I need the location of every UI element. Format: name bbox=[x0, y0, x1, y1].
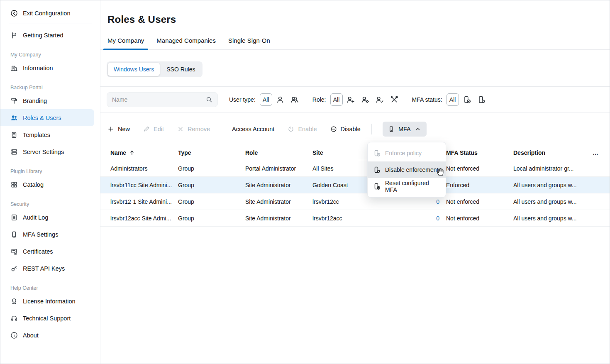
view-toggle-group: Windows Users SSO Rules bbox=[107, 61, 203, 77]
cell-users-count-link[interactable]: 0 bbox=[436, 215, 446, 222]
cell-description: All users and groups w... bbox=[513, 215, 585, 222]
enable-button[interactable]: Enable bbox=[288, 122, 317, 137]
role-filter-3-button[interactable] bbox=[373, 93, 386, 106]
sidebar-item-label: Templates bbox=[23, 132, 50, 138]
sidebar-item-rest-api-keys[interactable]: REST API Keys bbox=[0, 260, 100, 277]
document-icon bbox=[10, 131, 18, 139]
table-row[interactable]: lrsvbr12-1 Site Admini... Group Site Adm… bbox=[100, 193, 610, 210]
sidebar-item-getting-started[interactable]: Getting Started bbox=[0, 27, 100, 44]
toggle-windows-users[interactable]: Windows Users bbox=[108, 63, 160, 76]
cell-type: Group bbox=[178, 182, 245, 188]
sidebar-item-information[interactable]: Information bbox=[0, 59, 100, 76]
column-options-button[interactable]: … bbox=[593, 149, 599, 156]
tab-single-sign-on[interactable]: Single Sign-On bbox=[228, 37, 270, 49]
menu-item-enforce-policy[interactable]: Enforce policy bbox=[368, 145, 446, 161]
crossed-tools-icon bbox=[390, 95, 398, 104]
sidebar-item-audit-log[interactable]: Audit Log bbox=[0, 209, 100, 226]
sidebar-section-security: Security bbox=[10, 201, 100, 207]
cell-mfa-status: Not enforced bbox=[446, 198, 513, 205]
user-type-group-button[interactable] bbox=[288, 93, 301, 106]
person-check-icon bbox=[376, 95, 384, 104]
view-toggle-section: Windows Users SSO Rules bbox=[100, 50, 610, 86]
disable-button[interactable]: Disable bbox=[330, 122, 361, 137]
toggle-sso-rules[interactable]: SSO Rules bbox=[161, 63, 201, 76]
sidebar-item-branding[interactable]: Branding bbox=[0, 92, 100, 109]
column-header-role[interactable]: Role bbox=[245, 149, 312, 156]
grid-icon bbox=[10, 181, 18, 188]
name-search-input[interactable] bbox=[112, 96, 206, 103]
column-header-type[interactable]: Type bbox=[178, 149, 245, 156]
column-header-label: Name bbox=[110, 149, 126, 156]
sidebar-item-templates[interactable]: Templates bbox=[0, 126, 100, 143]
sidebar-item-technical-support[interactable]: Technical Support bbox=[0, 310, 100, 327]
info-icon bbox=[10, 332, 18, 339]
building-icon bbox=[10, 64, 18, 72]
mfa-status-enforced-button[interactable] bbox=[460, 93, 473, 106]
roles-table: Name Type Role Site MFA Status Descripti… bbox=[100, 145, 610, 227]
exit-configuration-button[interactable]: Exit Configuration bbox=[0, 4, 100, 23]
sidebar-item-license-information[interactable]: License Information bbox=[0, 293, 100, 310]
role-filter-2-button[interactable] bbox=[359, 93, 372, 106]
cell-name: lrsvbr11cc Site Admini... bbox=[110, 182, 178, 188]
disable-button-label: Disable bbox=[341, 126, 361, 132]
phone-x-icon bbox=[373, 166, 381, 173]
phone-reset-icon bbox=[373, 183, 381, 190]
sidebar-item-certificates[interactable]: Certificates bbox=[0, 243, 100, 260]
menu-item-label: Enforce policy bbox=[385, 150, 422, 156]
user-group-icon bbox=[290, 95, 299, 104]
mfa-menu-button[interactable]: MFA bbox=[383, 122, 427, 137]
sidebar-section-plugin-library: Plugin Library bbox=[10, 169, 100, 174]
role-filter-4-button[interactable] bbox=[388, 93, 401, 106]
cell-users-count-link[interactable]: 0 bbox=[436, 198, 446, 205]
cell-type: Group bbox=[178, 215, 245, 222]
name-search-field[interactable] bbox=[107, 92, 218, 107]
cell-name: lrsvbr12-1 Site Admini... bbox=[110, 198, 178, 205]
sidebar-item-label: Catalog bbox=[23, 181, 44, 188]
column-header-description[interactable]: Description bbox=[513, 149, 585, 156]
filter-bar: User type: All Role: All MFA status: All bbox=[100, 86, 610, 112]
sidebar-item-roles-users[interactable]: Roles & Users bbox=[0, 109, 94, 126]
sidebar-item-server-settings[interactable]: Server Settings bbox=[0, 143, 100, 160]
certificate-icon bbox=[10, 248, 18, 255]
tab-my-company[interactable]: My Company bbox=[107, 37, 144, 49]
sidebar-item-mfa-settings[interactable]: MFA Settings bbox=[0, 226, 100, 243]
new-button[interactable]: New bbox=[107, 122, 130, 137]
sidebar-item-catalog[interactable]: Catalog bbox=[0, 176, 100, 193]
toolbar-separator bbox=[371, 124, 372, 134]
sidebar-item-label: Getting Started bbox=[23, 32, 63, 39]
sort-ascending-icon bbox=[129, 149, 135, 156]
table-row[interactable]: lrsvbr11cc Site Admini... Group Site Adm… bbox=[100, 177, 610, 193]
mfa-status-not-enforced-button[interactable] bbox=[475, 93, 488, 106]
actions-toolbar: New Edit Remove Access Account Enable Di… bbox=[100, 112, 610, 140]
remove-button[interactable]: Remove bbox=[177, 122, 210, 137]
sidebar-item-about[interactable]: About bbox=[0, 327, 100, 344]
mfa-status-all-button[interactable]: All bbox=[447, 93, 459, 106]
user-type-all-button[interactable]: All bbox=[260, 93, 272, 106]
user-type-single-user-button[interactable] bbox=[273, 93, 287, 106]
tab-managed-companies[interactable]: Managed Companies bbox=[156, 37, 216, 49]
enable-button-label: Enable bbox=[298, 126, 317, 132]
cell-mfa-status: Enforced bbox=[446, 182, 513, 188]
table-row[interactable]: Administrators Group Portal Administrato… bbox=[100, 160, 610, 177]
sidebar-item-label: Technical Support bbox=[23, 315, 71, 322]
edit-button-label: Edit bbox=[154, 126, 164, 132]
single-user-icon bbox=[276, 95, 284, 104]
phone-x-icon bbox=[477, 95, 486, 104]
sidebar-divider bbox=[9, 24, 92, 24]
menu-item-reset-configured-mfa[interactable]: Reset configured MFA bbox=[368, 178, 446, 195]
column-header-mfa-status[interactable]: MFA Status bbox=[446, 149, 513, 156]
x-icon bbox=[177, 126, 184, 132]
menu-item-disable-enforcement[interactable]: Disable enforcement bbox=[368, 161, 446, 178]
edit-button[interactable]: Edit bbox=[143, 122, 164, 137]
tab-label: Single Sign-On bbox=[228, 37, 270, 44]
table-row[interactable]: lrsvbr12acc Site Admi... Group Site Admi… bbox=[100, 210, 610, 227]
role-all-button[interactable]: All bbox=[330, 93, 343, 106]
plus-icon bbox=[107, 126, 114, 132]
sidebar-item-label: MFA Settings bbox=[23, 231, 58, 238]
table-header-row: Name Type Role Site MFA Status Descripti… bbox=[100, 145, 610, 160]
back-arrow-icon bbox=[10, 10, 18, 17]
user-type-filter-group: All bbox=[260, 93, 301, 106]
role-filter-1-button[interactable] bbox=[344, 93, 357, 106]
column-header-name[interactable]: Name bbox=[110, 149, 178, 156]
access-account-button[interactable]: Access Account bbox=[232, 122, 274, 137]
